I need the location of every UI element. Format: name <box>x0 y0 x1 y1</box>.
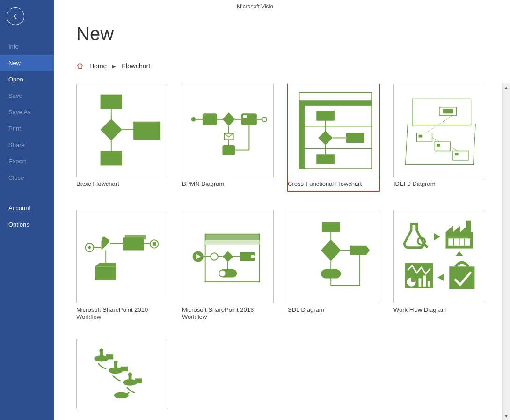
svg-rect-62 <box>153 242 156 246</box>
vertical-scrollbar[interactable]: ▲ ▼ <box>502 83 510 420</box>
svg-marker-100 <box>456 251 463 256</box>
svg-rect-110 <box>100 352 103 357</box>
template-cross-functional[interactable]: Cross-Functional Flowchart <box>288 84 379 191</box>
title-bar: Microsoft Visio <box>0 0 510 13</box>
nav-open[interactable]: Open <box>0 71 54 88</box>
svg-point-79 <box>219 270 226 277</box>
main-panel: New Home ▶ Flowchart <box>54 0 510 420</box>
svg-rect-105 <box>428 281 430 287</box>
svg-point-71 <box>211 253 218 260</box>
svg-point-76 <box>251 255 255 258</box>
template-label: Work Flow Diagram <box>393 306 485 313</box>
template-label: BPMN Diagram <box>182 180 274 187</box>
svg-rect-10 <box>101 151 122 166</box>
svg-point-117 <box>128 373 132 377</box>
svg-rect-42 <box>443 109 453 114</box>
template-sharepoint-2010[interactable]: Microsoft SharePoint 2010 Workflow <box>76 210 168 320</box>
svg-rect-118 <box>129 376 132 381</box>
template-assembly-line[interactable] <box>76 339 168 412</box>
svg-marker-92 <box>434 233 440 240</box>
template-label: Cross-Functional Flowchart <box>288 180 379 187</box>
svg-marker-84 <box>350 246 370 255</box>
workflow-icon <box>399 215 480 298</box>
template-label: IDEF0 Diagram <box>393 180 485 187</box>
svg-point-20 <box>262 117 267 122</box>
svg-rect-27 <box>299 93 372 101</box>
svg-marker-35 <box>318 131 333 145</box>
svg-marker-106 <box>437 274 444 281</box>
svg-rect-86 <box>321 269 341 278</box>
svg-rect-4 <box>101 95 122 109</box>
svg-rect-39 <box>316 154 335 164</box>
svg-rect-66 <box>205 234 260 241</box>
nav-share[interactable]: Share <box>0 137 54 153</box>
svg-rect-103 <box>419 278 422 286</box>
svg-rect-107 <box>449 266 474 289</box>
svg-rect-51 <box>455 153 459 155</box>
svg-rect-13 <box>203 113 217 125</box>
svg-rect-17 <box>241 113 257 125</box>
bpmn-icon <box>187 89 269 172</box>
svg-rect-111 <box>106 354 113 359</box>
svg-rect-48 <box>437 144 440 147</box>
breadcrumb-home[interactable]: Home <box>89 62 107 70</box>
template-sdl[interactable]: SDL Diagram <box>288 210 379 320</box>
svg-marker-15 <box>222 112 235 126</box>
svg-rect-104 <box>423 276 426 287</box>
nav-info[interactable]: Info <box>0 38 54 55</box>
nav-save[interactable]: Save <box>0 88 54 104</box>
back-button[interactable] <box>7 7 24 25</box>
nav-close[interactable]: Close <box>0 169 54 186</box>
svg-rect-67 <box>205 240 260 245</box>
assembly-line-icon <box>81 344 163 404</box>
svg-rect-114 <box>114 364 117 369</box>
breadcrumb-separator-icon: ▶ <box>112 64 116 69</box>
idef0-icon <box>399 89 480 172</box>
svg-line-91 <box>424 244 428 248</box>
cross-functional-icon <box>293 89 374 172</box>
svg-rect-58 <box>123 237 144 250</box>
sidebar: Info New Open Save Save As Print Share E… <box>0 0 54 420</box>
svg-marker-94 <box>446 226 467 232</box>
nav-print[interactable]: Print <box>0 120 54 137</box>
template-gallery: Basic Flowchart <box>76 84 501 412</box>
svg-line-46 <box>432 138 439 142</box>
template-workflow[interactable]: Work Flow Diagram <box>393 210 485 320</box>
svg-rect-29 <box>299 105 305 169</box>
breadcrumb-current: Flowchart <box>122 62 150 70</box>
nav-options[interactable]: Options <box>0 216 54 233</box>
svg-rect-33 <box>316 111 335 120</box>
template-idef0[interactable]: IDEF0 Diagram <box>393 84 485 191</box>
basic-flowchart-icon <box>81 89 163 172</box>
template-sharepoint-2013[interactable]: Microsoft SharePoint 2013 Workflow <box>182 210 274 320</box>
svg-rect-45 <box>419 135 423 138</box>
template-label: Basic Flowchart <box>76 180 168 187</box>
template-label: Microsoft SharePoint 2013 Workflow <box>182 306 274 320</box>
svg-marker-82 <box>321 239 341 261</box>
svg-rect-28 <box>299 101 372 105</box>
nav-export[interactable]: Export <box>0 153 54 169</box>
svg-rect-24 <box>222 145 235 155</box>
svg-rect-18 <box>243 115 247 118</box>
svg-marker-73 <box>222 251 233 262</box>
scroll-up-icon[interactable]: ▲ <box>503 83 510 91</box>
app-title: Microsoft Visio <box>237 3 273 10</box>
nav-new[interactable]: New <box>0 55 54 71</box>
svg-point-113 <box>114 361 118 365</box>
scroll-down-icon[interactable]: ▼ <box>503 412 510 420</box>
svg-rect-119 <box>135 378 142 383</box>
template-label: SDL Diagram <box>288 306 379 313</box>
svg-rect-95 <box>466 221 471 232</box>
template-bpmn[interactable]: BPMN Diagram <box>182 84 274 191</box>
nav-account[interactable]: Account <box>0 200 54 216</box>
nav-save-as[interactable]: Save As <box>0 104 54 120</box>
svg-point-109 <box>99 348 103 353</box>
breadcrumb: Home ▶ Flowchart <box>76 62 510 70</box>
template-label: Microsoft SharePoint 2010 Workflow <box>76 306 168 320</box>
svg-rect-64 <box>95 266 116 280</box>
sp2010-icon <box>81 215 163 298</box>
template-basic-flowchart[interactable]: Basic Flowchart <box>76 84 168 191</box>
sp2013-icon <box>187 215 269 298</box>
svg-marker-6 <box>101 119 122 140</box>
svg-rect-37 <box>346 133 364 143</box>
